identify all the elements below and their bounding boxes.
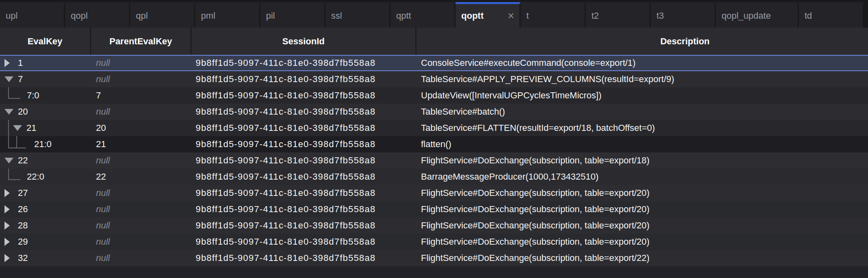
tab-label: t2 xyxy=(591,11,599,21)
tab-qopl_update[interactable]: qopl_update xyxy=(716,2,799,28)
description-cell: FlightService#DoExchange(subscription, t… xyxy=(417,217,868,234)
parent-value: 7 xyxy=(96,90,101,101)
table-row[interactable]: 29 null 9b8ff1d5-9097-411c-81e0-398d7fb5… xyxy=(0,234,868,250)
description-cell: FlightService#DoExchange(subscription, t… xyxy=(417,234,868,250)
session-value: 9b8ff1d5-9097-411c-81e0-398d7fb558a8 xyxy=(196,74,375,85)
session-value: 9b8ff1d5-9097-411c-81e0-398d7fb558a8 xyxy=(196,237,375,247)
tab-ssl[interactable]: ssl xyxy=(325,2,390,28)
table-row[interactable]: 22 null 9b8ff1d5-9097-411c-81e0-398d7fb5… xyxy=(0,152,868,169)
table-row[interactable]: 7:0 7 9b8ff1d5-9097-411c-81e0-398d7fb558… xyxy=(0,87,868,104)
column-header-sessionid[interactable]: SessionId xyxy=(192,28,417,55)
tab-bar: upl qopl qpl pml pil ssl qptt qoptt × t … xyxy=(0,0,868,28)
tab-t2[interactable]: t2 xyxy=(586,2,651,28)
table-row[interactable]: 20 null 9b8ff1d5-9097-411c-81e0-398d7fb5… xyxy=(0,104,868,120)
tab-td[interactable]: td xyxy=(799,2,864,28)
parent-value: null xyxy=(96,155,110,166)
column-header-parentevalkey[interactable]: ParentEvalKey xyxy=(91,28,192,55)
expand-arrow-icon[interactable] xyxy=(4,238,10,246)
parent-evalkey-cell: null xyxy=(91,217,192,234)
session-id-cell: 9b8ff1d5-9097-411c-81e0-398d7fb558a8 xyxy=(192,234,417,250)
expand-arrow-icon[interactable] xyxy=(4,189,10,197)
session-id-cell: 9b8ff1d5-9097-411c-81e0-398d7fb558a8 xyxy=(192,136,417,152)
session-id-cell: 9b8ff1d5-9097-411c-81e0-398d7fb558a8 xyxy=(192,87,417,104)
collapse-arrow-icon[interactable] xyxy=(4,109,13,115)
session-value: 9b8ff1d5-9097-411c-81e0-398d7fb558a8 xyxy=(196,123,375,133)
collapse-arrow-icon[interactable] xyxy=(4,76,13,82)
session-id-cell: 9b8ff1d5-9097-411c-81e0-398d7fb558a8 xyxy=(192,120,417,136)
tab-t3[interactable]: t3 xyxy=(651,2,716,28)
tab-t[interactable]: t xyxy=(521,2,586,28)
parent-evalkey-cell: 7 xyxy=(91,87,192,104)
parent-value: null xyxy=(96,237,110,247)
description-value: FlightService#DoExchange(subscription, t… xyxy=(421,155,650,166)
tab-qptt[interactable]: qptt xyxy=(390,2,456,28)
expand-arrow-icon[interactable] xyxy=(4,205,10,213)
tab-qopl[interactable]: qopl xyxy=(65,2,130,28)
session-id-cell: 9b8ff1d5-9097-411c-81e0-398d7fb558a8 xyxy=(192,169,417,185)
tab-label: pml xyxy=(201,11,215,21)
tab-close-icon[interactable]: × xyxy=(508,11,514,22)
evalkey-value: 22:0 xyxy=(27,172,44,182)
description-cell: FlightService#DoExchange(subscription, t… xyxy=(417,201,868,217)
session-id-cell: 9b8ff1d5-9097-411c-81e0-398d7fb558a8 xyxy=(192,250,417,266)
evalkey-value: 22 xyxy=(18,155,28,166)
session-id-cell: 9b8ff1d5-9097-411c-81e0-398d7fb558a8 xyxy=(192,185,417,201)
table-row[interactable]: 21:0 21 9b8ff1d5-9097-411c-81e0-398d7fb5… xyxy=(0,136,868,152)
column-header-description[interactable]: Description xyxy=(417,28,868,55)
parent-value: 21 xyxy=(96,139,106,150)
evalkey-cell: 29 xyxy=(0,234,91,250)
parent-value: null xyxy=(96,253,110,263)
parent-evalkey-cell: null xyxy=(91,201,192,217)
session-id-cell: 9b8ff1d5-9097-411c-81e0-398d7fb558a8 xyxy=(192,152,417,169)
evalkey-cell: 27 xyxy=(0,185,91,201)
tab-qoptt[interactable]: qoptt × xyxy=(456,2,521,28)
description-value: UpdateView([IntervalUGPCyclesTimeMicros]… xyxy=(421,90,602,101)
tab-pml[interactable]: pml xyxy=(195,2,260,28)
session-id-cell: 9b8ff1d5-9097-411c-81e0-398d7fb558a8 xyxy=(192,56,417,70)
evalkey-value: 21 xyxy=(26,123,36,133)
column-header-evalkey[interactable]: EvalKey xyxy=(0,28,91,55)
collapse-arrow-icon[interactable] xyxy=(13,125,22,131)
evalkey-cell: 28 xyxy=(0,217,91,234)
table-row[interactable]: 21 20 9b8ff1d5-9097-411c-81e0-398d7fb558… xyxy=(0,120,868,136)
tab-label: qptt xyxy=(396,11,411,21)
description-value: TableService#batch() xyxy=(421,106,505,117)
tab-qpl[interactable]: qpl xyxy=(130,2,195,28)
parent-value: 20 xyxy=(96,123,106,133)
session-value: 9b8ff1d5-9097-411c-81e0-398d7fb558a8 xyxy=(196,204,375,215)
session-value: 9b8ff1d5-9097-411c-81e0-398d7fb558a8 xyxy=(196,172,375,182)
tab-upl[interactable]: upl xyxy=(0,2,65,28)
table-row[interactable]: 1 null 9b8ff1d5-9097-411c-81e0-398d7fb55… xyxy=(0,55,868,71)
description-cell: FlightService#DoExchange(subscription, t… xyxy=(417,250,868,266)
parent-value: null xyxy=(96,74,110,85)
table-row[interactable]: 28 null 9b8ff1d5-9097-411c-81e0-398d7fb5… xyxy=(0,217,868,234)
evalkey-value: 27 xyxy=(18,188,28,198)
expand-arrow-icon[interactable] xyxy=(4,254,10,262)
description-cell: TableService#batch() xyxy=(417,104,868,120)
description-cell: UpdateView([IntervalUGPCyclesTimeMicros]… xyxy=(417,87,868,104)
parent-evalkey-cell: 22 xyxy=(91,169,192,185)
table-row[interactable]: 22:0 22 9b8ff1d5-9097-411c-81e0-398d7fb5… xyxy=(0,169,868,185)
description-value: TableService#APPLY_PREVIEW_COLUMNS(resul… xyxy=(421,74,674,85)
session-value: 9b8ff1d5-9097-411c-81e0-398d7fb558a8 xyxy=(196,188,375,198)
description-cell: ConsoleService#executeCommand(console=ex… xyxy=(417,56,868,70)
description-value: ConsoleService#executeCommand(console=ex… xyxy=(421,58,636,68)
session-value: 9b8ff1d5-9097-411c-81e0-398d7fb558a8 xyxy=(196,139,375,150)
description-cell: TableService#FLATTEN(resultId=export/18,… xyxy=(417,120,868,136)
description-cell: FlightService#DoExchange(subscription, t… xyxy=(417,185,868,201)
parent-evalkey-cell: null xyxy=(91,152,192,169)
expand-arrow-icon[interactable] xyxy=(4,59,10,67)
tab-label: pil xyxy=(266,11,275,21)
table-header-row: EvalKey ParentEvalKey SessionId Descript… xyxy=(0,28,868,55)
table-row[interactable]: 32 null 9b8ff1d5-9097-411c-81e0-398d7fb5… xyxy=(0,250,868,266)
evalkey-value: 20 xyxy=(18,106,28,117)
table-row[interactable]: 7 null 9b8ff1d5-9097-411c-81e0-398d7fb55… xyxy=(0,71,868,87)
collapse-arrow-icon[interactable] xyxy=(4,158,13,163)
parent-value: null xyxy=(96,58,110,68)
table-row[interactable]: 27 null 9b8ff1d5-9097-411c-81e0-398d7fb5… xyxy=(0,185,868,201)
expand-arrow-icon[interactable] xyxy=(4,222,10,230)
parent-evalkey-cell: null xyxy=(91,104,192,120)
parent-value: null xyxy=(96,204,110,215)
tab-pil[interactable]: pil xyxy=(260,2,325,28)
table-row[interactable]: 26 null 9b8ff1d5-9097-411c-81e0-398d7fb5… xyxy=(0,201,868,217)
